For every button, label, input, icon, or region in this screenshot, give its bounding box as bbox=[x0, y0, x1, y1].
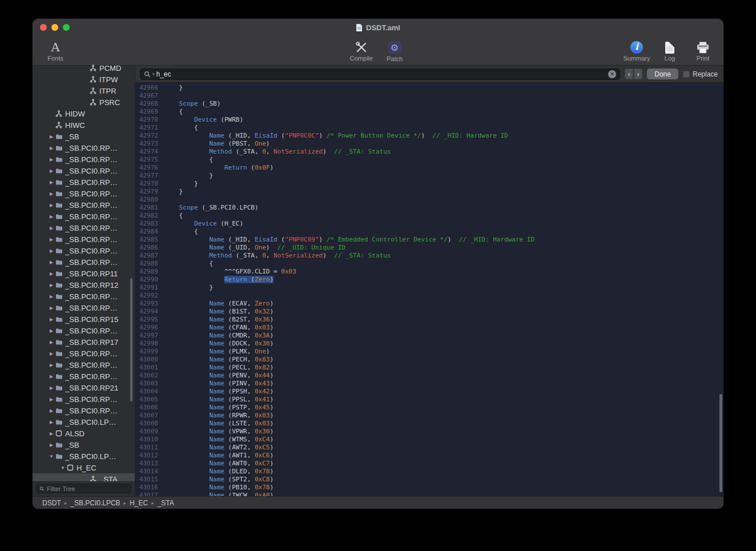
tree-item-psrc[interactable]: PSRC bbox=[33, 96, 135, 108]
chevron-right-icon[interactable]: ▶ bbox=[47, 431, 55, 436]
editor-scrollbar-thumb[interactable] bbox=[719, 394, 722, 492]
tree-item-_sb-pci0-rp[interactable]: ▶_SB.PCI0.RP… bbox=[33, 359, 135, 371]
code-line-42994[interactable]: 42994 Name (B1ST, 0x32) bbox=[135, 308, 723, 316]
breadcrumb-item[interactable]: DSDT bbox=[42, 499, 61, 507]
tree-item-_sb-pci0-rp[interactable]: ▶_SB.PCI0.RP… bbox=[33, 199, 135, 211]
tree-item-_sb-pci0-rp[interactable]: ▶_SB.PCI0.RP… bbox=[33, 234, 135, 245]
tree-item-_sb-pci0-rp21[interactable]: ▶_SB.PCI0.RP21 bbox=[33, 382, 135, 393]
code-line-42973[interactable]: 42973 Name (PBST, One) bbox=[135, 140, 723, 148]
find-input[interactable] bbox=[156, 70, 607, 78]
breadcrumb-item[interactable]: _SB.PCI0.LPCB bbox=[70, 499, 120, 507]
fonts-button[interactable]: A Fonts bbox=[41, 36, 70, 65]
tree-item-_sb-pci0-rp[interactable]: ▶_SB.PCI0.RP… bbox=[33, 256, 135, 268]
tree-item-_sb-pci0-rp15[interactable]: ▶_SB.PCI0.RP15 bbox=[33, 313, 135, 325]
code-line-42977[interactable]: 42977 } bbox=[135, 172, 723, 180]
print-button[interactable]: Print bbox=[688, 36, 718, 65]
chevron-right-icon[interactable]: ▶ bbox=[47, 157, 55, 162]
code-line-42982[interactable]: 42982 { bbox=[135, 212, 723, 220]
chevron-right-icon[interactable]: ▶ bbox=[47, 180, 55, 185]
code-line-42976[interactable]: 42976 Return (0x0F) bbox=[135, 164, 723, 172]
code-line-43001[interactable]: 43001 Name (PECL, 0x82) bbox=[135, 364, 723, 372]
chevron-right-icon[interactable]: ▶ bbox=[47, 305, 55, 311]
done-button[interactable]: Done bbox=[647, 69, 678, 79]
tree-item-_sb-pci0-rp11[interactable]: ▶_SB.PCI0.RP11 bbox=[33, 268, 135, 279]
code-line-42985[interactable]: 42985 Name (_HID, EisaId ("PNP0C09") /* … bbox=[135, 236, 723, 244]
code-line-42998[interactable]: 42998 Name (DOCK, 0x30) bbox=[135, 340, 723, 348]
code-line-42975[interactable]: 42975 { bbox=[135, 156, 723, 164]
chevron-down-icon[interactable]: ▼ bbox=[59, 465, 67, 470]
code-line-42990[interactable]: 42990 Return (Zero) bbox=[135, 276, 723, 284]
close-window-button[interactable] bbox=[40, 24, 47, 31]
code-line-42981[interactable]: 42981 Scope (_SB.PCI0.LPCB) bbox=[135, 204, 723, 212]
code-line-42967[interactable]: 42967 bbox=[135, 92, 723, 100]
tree-item-_sb-pci0-rp[interactable]: ▶_SB.PCI0.RP… bbox=[33, 325, 135, 336]
tree-item-_sb[interactable]: ▶_SB bbox=[33, 439, 135, 451]
code-line-42971[interactable]: 42971 { bbox=[135, 124, 723, 132]
code-line-42979[interactable]: 42979 } bbox=[135, 188, 723, 196]
code-line-42992[interactable]: 42992 bbox=[135, 292, 723, 300]
tree-item-alsd[interactable]: ▶ALSD bbox=[33, 428, 135, 439]
chevron-right-icon[interactable]: ▶ bbox=[47, 203, 55, 208]
code-line-42993[interactable]: 42993 Name (ECAV, Zero) bbox=[135, 300, 723, 308]
chevron-right-icon[interactable]: ▶ bbox=[47, 168, 55, 174]
patch-button[interactable]: ⚙ Patch bbox=[380, 36, 409, 65]
sidebar-scrollbar-thumb[interactable] bbox=[130, 278, 132, 401]
tree-item-_sb-pci0-rp[interactable]: ▶_SB.PCI0.RP… bbox=[33, 188, 135, 199]
chevron-right-icon[interactable]: ▶ bbox=[47, 283, 55, 288]
code-line-43004[interactable]: 43004 Name (PPSH, 0x42) bbox=[135, 388, 723, 396]
chevron-right-icon[interactable]: ▶ bbox=[47, 294, 55, 299]
tree-item-_sb-pci0-rp[interactable]: ▶_SB.PCI0.RP… bbox=[33, 291, 135, 302]
code-line-42987[interactable]: 42987 Method (_STA, 0, NotSerialized) //… bbox=[135, 252, 723, 260]
tree-item-_sb-pci0-rp[interactable]: ▶_SB.PCI0.RP… bbox=[33, 371, 135, 382]
code-line-43005[interactable]: 43005 Name (PPSL, 0x41) bbox=[135, 396, 723, 404]
tree-item-_sb-pci0-lp[interactable]: ▼_SB.PCI0.LP… bbox=[33, 451, 135, 462]
code-line-43003[interactable]: 43003 Name (PINV, 0x43) bbox=[135, 380, 723, 388]
chevron-right-icon[interactable]: ▶ bbox=[47, 374, 55, 379]
chevron-right-icon[interactable]: ▶ bbox=[47, 328, 55, 333]
code-line-42980[interactable]: 42980 bbox=[135, 196, 723, 204]
code-line-43017[interactable]: 43017 Name (IWCW, 0xA0) bbox=[135, 492, 723, 496]
tree-item-_sb-pci0-rp[interactable]: ▶_SB.PCI0.RP… bbox=[33, 348, 135, 359]
clear-search-icon[interactable]: ✕ bbox=[608, 70, 616, 78]
find-previous-button[interactable]: ‹ bbox=[625, 69, 633, 79]
tree-item-_sb-pci0-rp[interactable]: ▶_SB.PCI0.RP… bbox=[33, 245, 135, 256]
search-field[interactable]: ▾ ✕ bbox=[140, 69, 620, 80]
chevron-down-icon[interactable]: ▼ bbox=[47, 454, 55, 459]
code-line-42968[interactable]: 42968 Scope (_SB) bbox=[135, 100, 723, 108]
tree-item-itpw[interactable]: ITPW bbox=[33, 74, 135, 85]
tree-item-_sb-pci0-rp[interactable]: ▶_SB.PCI0.RP… bbox=[33, 222, 135, 234]
chevron-right-icon[interactable]: ▶ bbox=[47, 271, 55, 276]
chevron-right-icon[interactable]: ▶ bbox=[47, 443, 55, 448]
tree-item-_sb-pci0-rp[interactable]: ▶_SB.PCI0.RP… bbox=[33, 142, 135, 154]
chevron-right-icon[interactable]: ▶ bbox=[47, 340, 55, 345]
code-editor[interactable]: 42966 }4296742968 Scope (_SB)42969 {4297… bbox=[135, 83, 723, 496]
code-line-42997[interactable]: 42997 Name (CMDR, 0x3A) bbox=[135, 332, 723, 340]
breadcrumb-item[interactable]: H_EC bbox=[130, 499, 148, 507]
code-line-43015[interactable]: 43015 Name (SPT2, 0xC8) bbox=[135, 476, 723, 484]
tree-item-_sb-pci0-rp[interactable]: ▶_SB.PCI0.RP… bbox=[33, 211, 135, 222]
code-line-43006[interactable]: 43006 Name (PSTP, 0x45) bbox=[135, 404, 723, 412]
chevron-right-icon[interactable]: ▶ bbox=[47, 214, 55, 219]
chevron-right-icon[interactable]: ▶ bbox=[47, 248, 55, 254]
chevron-right-icon[interactable]: ▶ bbox=[47, 134, 55, 139]
code-line-42999[interactable]: 42999 Name (PLMX, One) bbox=[135, 348, 723, 356]
tree-item-hidw[interactable]: HIDW bbox=[33, 108, 135, 119]
tree-item-itpr[interactable]: ITPR bbox=[33, 85, 135, 96]
code-line-42995[interactable]: 42995 Name (B2ST, 0x36) bbox=[135, 316, 723, 324]
chevron-right-icon[interactable]: ▶ bbox=[47, 408, 55, 413]
code-line-43010[interactable]: 43010 Name (WTMS, 0xC4) bbox=[135, 436, 723, 444]
chevron-right-icon[interactable]: ▶ bbox=[47, 420, 55, 425]
minimize-window-button[interactable] bbox=[51, 24, 58, 31]
tree-item-_sb-pci0-rp[interactable]: ▶_SB.PCI0.RP… bbox=[33, 393, 135, 405]
chevron-right-icon[interactable]: ▶ bbox=[47, 351, 55, 356]
log-button[interactable]: Log bbox=[655, 36, 685, 65]
tree-item-_sb-pci0-rp[interactable]: ▶_SB.PCI0.RP… bbox=[33, 176, 135, 188]
code-line-42986[interactable]: 42986 Name (_UID, One) // _UID: Unique I… bbox=[135, 244, 723, 252]
tree-item-_sb-pci0-rp[interactable]: ▶_SB.PCI0.RP… bbox=[33, 405, 135, 416]
title-bar[interactable]: DSDT.aml bbox=[33, 19, 723, 36]
tree-item-_sb-pci0-rp[interactable]: ▶_SB.PCI0.RP… bbox=[33, 165, 135, 176]
tree-item-hiwc[interactable]: HIWC bbox=[33, 119, 135, 131]
tree-item-_sb-pci0-rp17[interactable]: ▶_SB.PCI0.RP17 bbox=[33, 336, 135, 348]
tree-item-_sb-pci0-rp[interactable]: ▶_SB.PCI0.RP… bbox=[33, 302, 135, 313]
code-line-43012[interactable]: 43012 Name (AWT1, 0xC6) bbox=[135, 452, 723, 460]
